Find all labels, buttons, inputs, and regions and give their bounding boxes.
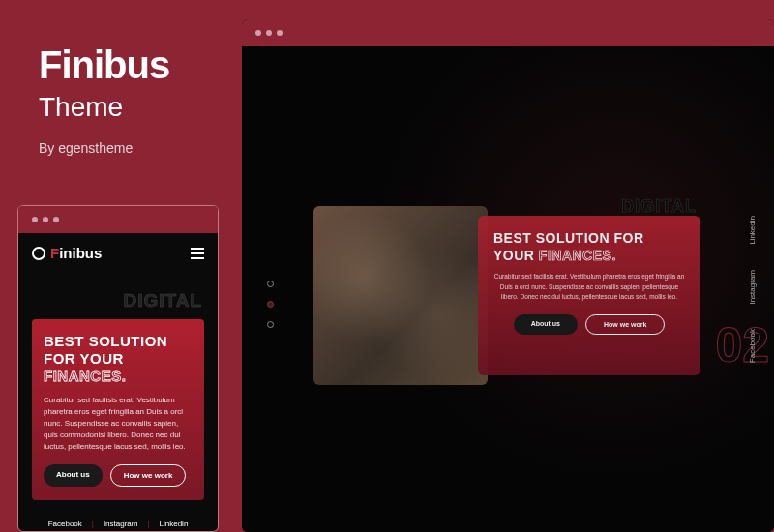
logo[interactable]: Finibus	[32, 245, 102, 261]
slider-pagination	[267, 281, 274, 328]
hero-title: BEST SOLUTION FOR YOUR FINANCES.	[493, 229, 685, 264]
hero-description: Curabitur sed facilisis erat. Vestibulum…	[493, 272, 685, 302]
facebook-link[interactable]: Facebook	[748, 329, 757, 363]
logo-text: Finibus	[50, 245, 102, 261]
about-us-button[interactable]: About us	[514, 314, 578, 335]
hamburger-menu-icon[interactable]	[191, 248, 204, 259]
pagination-dot-active[interactable]	[267, 301, 274, 308]
hero-image	[313, 206, 488, 385]
window-dot-icon	[255, 30, 261, 36]
theme-title: Finibus	[39, 44, 169, 87]
how-we-work-button[interactable]: How we work	[585, 314, 665, 335]
mobile-social-links: Facebook | Instagram | Linkedin	[32, 519, 204, 528]
linkedin-link[interactable]: Linkedin	[160, 519, 189, 528]
about-us-button[interactable]: About us	[44, 464, 103, 487]
side-social-links: Linkedin Instagram Facebook	[748, 216, 757, 364]
hero-title: BEST SOLUTION FOR YOUR FINANCES.	[44, 333, 193, 385]
linkedin-link[interactable]: Linkedin	[748, 216, 757, 245]
desktop-hero: BEST SOLUTION FOR YOUR FINANCES. Curabit…	[313, 206, 700, 385]
window-dot-icon	[53, 217, 59, 222]
theme-author: By egenstheme	[39, 140, 169, 156]
window-dot-icon	[266, 30, 272, 36]
facebook-link[interactable]: Facebook	[48, 519, 82, 528]
desktop-preview-frame: DIGITAL 02 BEST SOLUTION FOR YOUR FINANC…	[242, 19, 774, 532]
background-slide-number: 02	[715, 317, 769, 373]
theme-subtitle: Theme	[39, 92, 169, 123]
mobile-window-topbar	[18, 206, 218, 233]
desktop-hero-buttons: About us How we work	[493, 314, 685, 335]
how-we-work-button[interactable]: How we work	[110, 464, 187, 487]
desktop-content: DIGITAL 02 BEST SOLUTION FOR YOUR FINANC…	[242, 46, 774, 532]
instagram-link[interactable]: Instagram	[104, 519, 138, 528]
window-dot-icon	[32, 217, 38, 222]
theme-header: Finibus Theme By egenstheme	[39, 44, 169, 156]
mobile-preview-frame: Finibus DIGITAL BEST SOLUTION FOR YOUR F…	[17, 205, 219, 532]
hero-description: Curabitur sed facilisis erat. Vestibulum…	[44, 395, 193, 453]
pagination-dot[interactable]	[267, 281, 274, 287]
instagram-link[interactable]: Instagram	[748, 270, 757, 305]
mobile-hero-card: BEST SOLUTION FOR YOUR FINANCES. Curabit…	[32, 319, 204, 500]
logo-icon	[32, 247, 45, 260]
mobile-content: Finibus DIGITAL BEST SOLUTION FOR YOUR F…	[18, 233, 218, 531]
separator-icon: |	[147, 519, 149, 528]
desktop-window-topbar	[242, 19, 774, 46]
pagination-dot[interactable]	[267, 321, 274, 328]
desktop-hero-card: BEST SOLUTION FOR YOUR FINANCES. Curabit…	[478, 216, 700, 375]
window-dot-icon	[277, 30, 283, 36]
mobile-navbar: Finibus	[32, 245, 204, 261]
window-dot-icon	[43, 217, 48, 222]
separator-icon: |	[92, 519, 94, 528]
background-text-digital: DIGITAL	[32, 290, 204, 311]
mobile-hero-buttons: About us How we work	[44, 464, 193, 487]
